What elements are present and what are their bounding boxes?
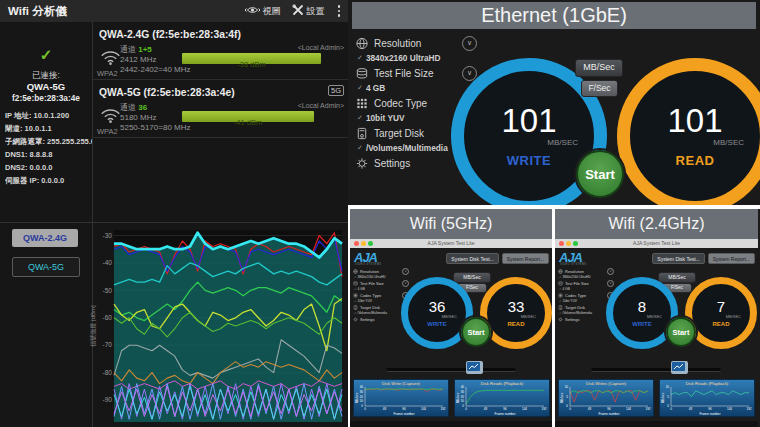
- check-icon: ✓: [354, 311, 357, 315]
- svg-text:0: 0: [465, 407, 467, 411]
- check-icon: ✓: [559, 299, 562, 303]
- svg-text:48: 48: [383, 407, 387, 411]
- chevron-down-icon[interactable]: ∨: [607, 268, 614, 275]
- app-menu: 視圖 設置: [245, 0, 343, 22]
- network-name: QWA-5G (f2:5e:be:28:3a:4e): [99, 87, 235, 98]
- network-row[interactable]: QWA-5G (f2:5e:be:28:3a:4e)5G<Local Admin…: [93, 80, 348, 138]
- svg-text:0: 0: [566, 404, 568, 408]
- read-unit: MB/SEC: [521, 314, 536, 319]
- app-title: Wifi 分析儀: [8, 4, 67, 19]
- network-row[interactable]: QWA-2.4G (f2:5e:be:28:3a:4f)<Local Admin…: [93, 22, 348, 80]
- mbsec-button[interactable]: MB/Sec: [453, 272, 491, 283]
- zoom-slider[interactable]: [386, 368, 516, 372]
- fsec-button[interactable]: F/Sec: [581, 80, 618, 97]
- svg-text:20: 20: [461, 395, 465, 399]
- zoom-slider[interactable]: [591, 368, 721, 372]
- filter-button-qwa-5g[interactable]: QWA-5G: [12, 257, 80, 277]
- connection-detail: 伺服器 IP: 0.0.0.0: [5, 174, 92, 187]
- view-menu-button[interactable]: 視圖: [245, 5, 281, 18]
- sidebar-item-file-size[interactable]: Test File Size∨: [558, 280, 614, 286]
- sidebar-item-value-row: ✓4 GB: [559, 287, 614, 291]
- sidebar-item-resolution[interactable]: Resolution∨: [558, 268, 614, 274]
- sidebar-item-value: 10bit YUV: [366, 113, 405, 123]
- sidebar-item-codec[interactable]: Codec Type∨: [353, 292, 409, 298]
- write-value: 36: [429, 299, 446, 314]
- aja-logo-subtitle: VIDEO SYSTEMS: [560, 263, 586, 266]
- settings-menu-label: 設置: [307, 5, 325, 18]
- sidebar-item-value: 4 GB: [358, 287, 365, 291]
- frequency: 2412 MHz: [120, 55, 156, 64]
- svg-text:144: 144: [626, 407, 631, 411]
- system-disk-test-button[interactable]: System Disk Test...: [446, 253, 498, 264]
- start-button[interactable]: Start: [461, 317, 491, 347]
- sidebar-item-label: Test File Size: [360, 281, 402, 286]
- channel-label: 通道: [120, 103, 138, 112]
- svg-text:96: 96: [503, 407, 507, 411]
- sidebar-item-label: Resolution: [565, 269, 607, 274]
- panel-title-banner: Wifi (2.4GHz): [555, 209, 758, 239]
- sidebar-item-resolution[interactable]: Resolution∨: [353, 268, 409, 274]
- band-badge: 5G: [328, 85, 344, 96]
- sidebar-item-value: 4 GB: [563, 287, 570, 291]
- sidebar-item-value: 10bit YUV: [358, 299, 372, 303]
- sidebar-item-value-row: ✓3840x2160 UltraHD: [559, 275, 614, 279]
- vendor-label: <Local Admin>: [298, 44, 344, 51]
- window-titlebar[interactable]: AJA System Test Lite: [555, 239, 758, 248]
- disk-read-chart: 051004896144192Disk Reads (Playback)MB/s…: [659, 379, 755, 417]
- sidebar-item-label: Settings: [565, 317, 607, 322]
- disk-write-chart: 051004896144192Disk Writes (Capture)MB/s…: [558, 379, 654, 417]
- sidebar-item-file-size[interactable]: Test File Size∨: [353, 280, 409, 286]
- codec-icon: [558, 293, 563, 298]
- frequency-range: 5250-5170=80 MHz: [120, 123, 191, 132]
- network-list: QWA-2.4G (f2:5e:be:28:3a:4f)<Local Admin…: [93, 22, 348, 210]
- overflow-menu-icon[interactable]: [336, 3, 343, 19]
- sidebar-item-codec[interactable]: Codec Type∨: [558, 292, 614, 298]
- svg-text:10: 10: [360, 399, 364, 403]
- sidebar-item-file-size[interactable]: Test File Size∨: [355, 66, 477, 81]
- svg-text:-50: -50: [103, 287, 113, 294]
- slider-thumb-chart-icon[interactable]: [671, 361, 688, 374]
- settings-icon: [355, 157, 369, 170]
- system-disk-test-button[interactable]: System Disk Test...: [652, 253, 704, 264]
- connection-detail: IP 地址: 10.0.1.200: [5, 109, 92, 122]
- mbsec-button[interactable]: MB/Sec: [658, 272, 696, 283]
- chevron-down-icon[interactable]: ∨: [462, 36, 477, 51]
- signal-bar: -38 dBm: [182, 53, 321, 64]
- signal-value: -38 dBm: [237, 60, 265, 69]
- sidebar-item-label: Target Disk: [374, 128, 462, 139]
- slider-thumb-chart-icon[interactable]: [466, 361, 483, 374]
- settings-icon: [558, 317, 563, 322]
- sidebar-item-label: Target Disk: [360, 305, 402, 310]
- mbsec-button[interactable]: MB/Sec: [575, 59, 623, 77]
- start-button[interactable]: Start: [666, 317, 696, 347]
- system-report-button[interactable]: System Report...: [502, 253, 549, 264]
- system-report-button[interactable]: System Report...: [708, 253, 755, 264]
- write-label: WRITE: [632, 321, 651, 327]
- sidebar-item-value: 3840x2160 UltraHD: [366, 53, 441, 63]
- svg-text:0: 0: [361, 404, 363, 408]
- window-title: AJA System Test Lite: [350, 239, 552, 248]
- settings-menu-button[interactable]: 設置: [292, 4, 325, 18]
- window-titlebar[interactable]: AJA System Test Lite: [350, 239, 552, 248]
- frequency-range: 2442-2402=40 MHz: [120, 65, 191, 74]
- write-label: WRITE: [507, 153, 551, 168]
- write-value: 8: [638, 299, 646, 314]
- channel-label: 通道: [120, 45, 138, 54]
- chevron-down-icon[interactable]: ∨: [607, 280, 614, 287]
- start-button[interactable]: Start: [576, 150, 624, 198]
- svg-text:40: 40: [461, 385, 465, 389]
- sidebar-item-resolution[interactable]: Resolution∨: [355, 36, 477, 51]
- svg-text:Disk Reads (Playback): Disk Reads (Playback): [481, 381, 524, 386]
- svg-text:-90: -90: [103, 396, 113, 403]
- filter-button-qwa-2.4g[interactable]: QWA-2.4G: [12, 229, 78, 247]
- svg-text:MB/sec: MB/sec: [355, 392, 359, 403]
- check-icon: ✓: [357, 54, 363, 62]
- chevron-down-icon[interactable]: ∨: [402, 280, 409, 287]
- svg-text:192: 192: [746, 407, 751, 411]
- svg-text:Disk Write (Capture): Disk Write (Capture): [382, 381, 420, 386]
- view-menu-label: 視圖: [263, 5, 281, 18]
- network-name: QWA-2.4G (f2:5e:be:28:3a:4f): [99, 29, 241, 40]
- panel-content: AJAVIDEO SYSTEMSSystem Disk Test...Syste…: [350, 248, 552, 427]
- file-size-icon: [353, 281, 358, 286]
- chevron-down-icon[interactable]: ∨: [402, 268, 409, 275]
